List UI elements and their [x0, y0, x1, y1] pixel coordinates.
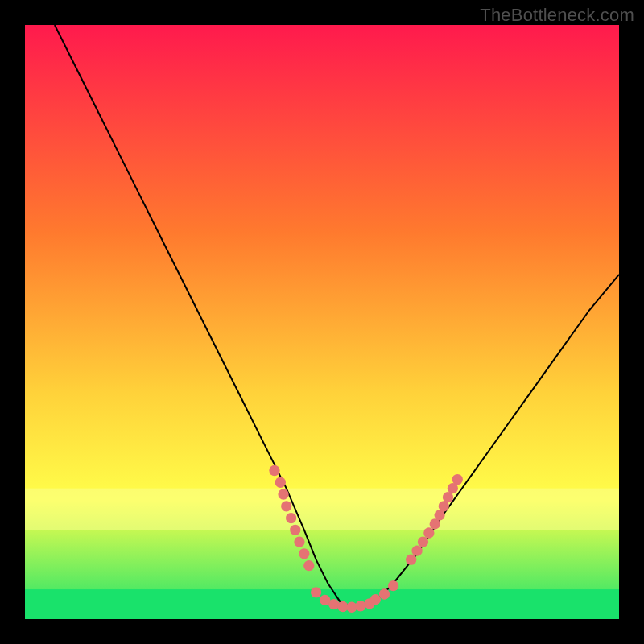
data-dot — [278, 489, 288, 499]
data-dot — [418, 536, 428, 547]
data-dot — [290, 525, 300, 535]
data-dot — [303, 560, 314, 571]
data-dot — [294, 536, 304, 547]
data-dot — [411, 545, 422, 555]
watermark-text: TheBottleneck.com — [480, 5, 634, 26]
data-dot — [388, 580, 398, 591]
data-dot — [423, 527, 434, 538]
data-dot — [406, 555, 416, 565]
data-dot — [370, 594, 381, 605]
plot-area — [25, 25, 619, 619]
pale-band — [25, 489, 619, 530]
data-dot — [275, 477, 286, 488]
data-dot — [299, 548, 309, 559]
chart-svg — [25, 25, 619, 619]
data-dot — [452, 474, 463, 485]
data-dot — [281, 501, 291, 511]
data-dot — [286, 513, 296, 523]
data-dot — [379, 588, 390, 599]
chart-frame: TheBottleneck.com — [0, 0, 644, 644]
data-dot — [269, 465, 279, 476]
data-dot — [311, 587, 321, 597]
